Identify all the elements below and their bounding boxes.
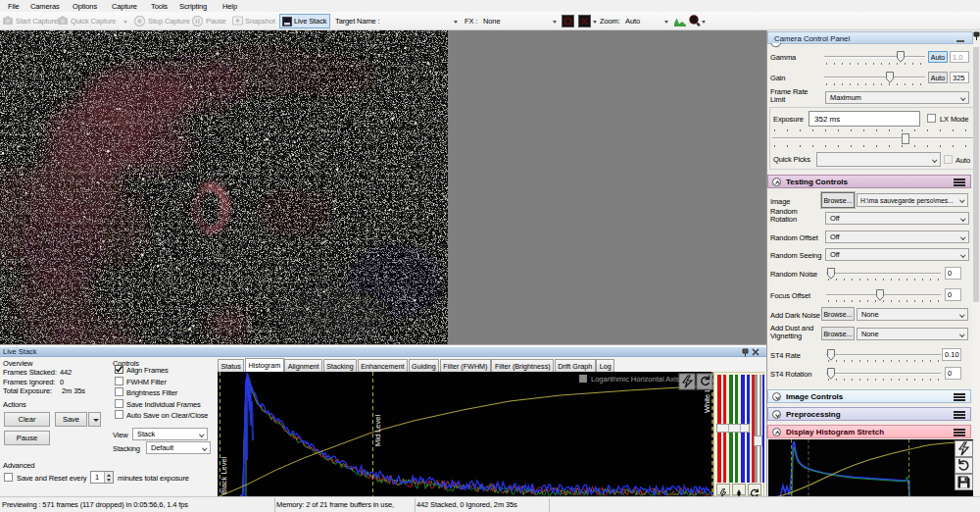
svg-text:Logarithmic Horizontal Axis: Logarithmic Horizontal Axis <box>591 375 680 384</box>
svg-text:Mid Level: Mid Level <box>373 415 382 446</box>
svg-text:Black Level: Black Level <box>220 456 228 494</box>
